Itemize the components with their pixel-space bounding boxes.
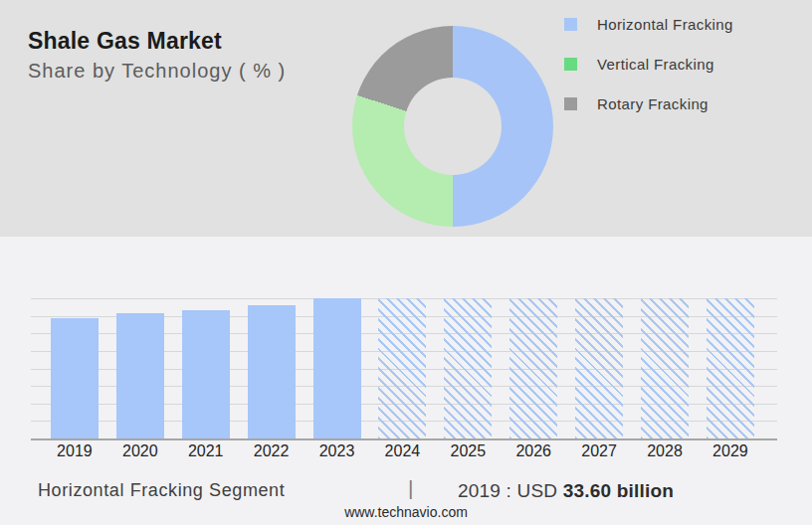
legend-label: Vertical Fracking <box>597 56 714 73</box>
x-tick-label: 2022 <box>237 442 306 460</box>
x-axis-line <box>31 438 777 440</box>
bar-2029-forecast <box>707 298 754 438</box>
page-title: Shale Gas Market <box>28 28 222 55</box>
x-tick-label: 2027 <box>564 442 634 460</box>
x-tick-label: 2023 <box>303 442 372 460</box>
bar-2021 <box>182 310 230 438</box>
legend-item-vertical-fracking: Vertical Fracking <box>564 56 733 72</box>
x-tick-label: 2019 <box>40 442 109 460</box>
bar-2027-forecast <box>575 298 623 438</box>
segment-value: 2019 : USD 33.60 billion <box>458 480 674 502</box>
bar-2024-forecast <box>378 298 426 438</box>
legend: Horizontal Fracking Vertical Fracking Ro… <box>564 16 733 135</box>
bar-chart-section: 2019202020212022202320242025202620272028… <box>0 237 812 525</box>
donut-chart <box>352 26 553 227</box>
segment-caption: Horizontal Fracking Segment <box>38 480 285 501</box>
x-axis-labels: 2019202020212022202320242025202620272028… <box>31 442 777 462</box>
x-tick-label: 2026 <box>499 442 568 460</box>
x-tick-label: 2025 <box>433 442 503 460</box>
page-subtitle: Share by Technology ( % ) <box>28 60 286 83</box>
website-url: www.technavio.com <box>0 504 812 520</box>
x-tick-label: 2021 <box>171 442 241 460</box>
infographic-page: Shale Gas Market Share by Technology ( %… <box>0 0 812 525</box>
legend-swatch-blue <box>564 18 577 31</box>
legend-label: Rotary Fracking <box>597 95 709 112</box>
bar-2020 <box>116 313 164 438</box>
bar-2019 <box>51 318 99 438</box>
bar-2026-forecast <box>509 298 557 438</box>
legend-label: Horizontal Fracking <box>597 16 733 33</box>
donut-section: Shale Gas Market Share by Technology ( %… <box>0 0 812 237</box>
legend-swatch-green <box>564 58 577 71</box>
legend-item-horizontal-fracking: Horizontal Fracking <box>564 16 733 32</box>
segment-value-prefix: 2019 : USD <box>458 480 563 501</box>
bar-2028-forecast <box>641 298 689 438</box>
segment-value-amount: 33.60 billion <box>563 480 674 501</box>
legend-swatch-gray <box>564 97 577 110</box>
x-tick-label: 2024 <box>367 442 437 460</box>
bar-2022 <box>248 305 296 438</box>
bar-plot <box>31 298 777 438</box>
legend-item-rotary-fracking: Rotary Fracking <box>564 95 733 111</box>
x-tick-label: 2020 <box>105 442 175 460</box>
caption-separator: | <box>408 476 413 500</box>
x-tick-label: 2029 <box>696 442 765 460</box>
x-tick-label: 2028 <box>630 442 700 460</box>
bar-2025-forecast <box>444 298 492 438</box>
bar-2023 <box>313 298 361 438</box>
